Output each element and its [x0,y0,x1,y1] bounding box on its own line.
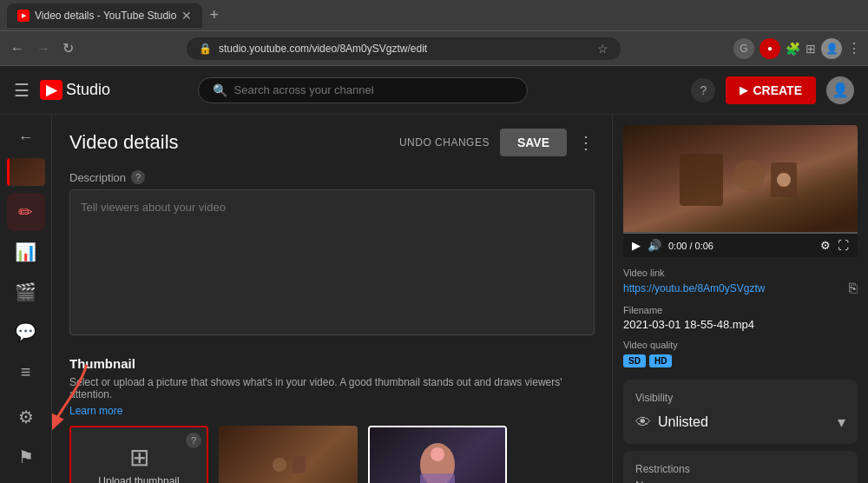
description-label: Description [69,171,126,184]
svg-point-6 [431,447,444,461]
create-icon: ▶ [740,84,747,96]
tab-favicon: ▶ [17,10,30,22]
user-avatar-browser[interactable]: 👤 [821,38,842,59]
sidebar-thumbnail[interactable] [7,158,45,186]
search-input[interactable] [234,83,513,96]
filename-label: Filename [623,305,858,315]
extension-icon-3[interactable]: 🧩 [786,42,800,56]
sidebar-item-comments[interactable]: 💬 [7,313,45,351]
extension-icon-1[interactable]: G [733,38,754,59]
play-button[interactable]: ▶ [632,239,641,252]
svg-point-12 [777,173,791,187]
tab-close-icon[interactable]: ✕ [181,9,192,23]
hamburger-button[interactable]: ☰ [14,80,30,101]
star-icon[interactable]: ☆ [597,42,608,56]
time-display: 0:00 / 0:06 [668,241,713,251]
upload-icon: ⊞ [129,443,149,472]
url-text: studio.youtube.com/video/8Am0ySVgztw/edi… [219,43,427,55]
extension-icon-4[interactable]: ⊞ [806,42,816,56]
yt-logo-text: Studio [66,81,110,99]
sidebar-item-analytics[interactable]: 📊 [7,233,45,271]
restrictions-card: Restrictions None [623,451,858,483]
yt-logo: ▶ Studio [40,80,110,100]
yt-app: ☰ ▶ Studio 🔍 ? ▶ CREATE 👤 ← ✏ 📊 [0,66,868,483]
upload-help-icon[interactable]: ? [186,433,201,448]
save-button[interactable]: SAVE [500,129,567,156]
new-tab-button[interactable]: + [209,6,219,24]
sidebar-back-button[interactable]: ← [7,122,45,153]
sidebar-item-edit[interactable]: ✏ [7,193,45,231]
help-button[interactable]: ? [691,78,715,103]
settings-button[interactable]: ⚙ [820,239,831,252]
sidebar-item-subtitles[interactable]: ≡ [7,353,45,391]
forward-button[interactable]: → [33,37,54,60]
toolbar-right-icons: G ● 🧩 ⊞ 👤 ⋮ [733,38,861,59]
page-header: Video details UNDO CHANGES SAVE ⋮ [69,129,595,156]
visibility-selector[interactable]: 👁 Unlisted ▾ [635,413,845,432]
upload-thumbnail-button[interactable]: ⊞ Upload thumbnail ? [69,426,208,483]
sd-badge: SD [623,354,646,367]
undo-button[interactable]: UNDO CHANGES [399,136,490,149]
search-icon: 🔍 [213,83,227,97]
fullscreen-button[interactable]: ⛶ [838,239,849,252]
extension-icon-2[interactable]: ● [760,38,780,59]
learn-more-link[interactable]: Learn more [69,405,122,417]
copy-link-button[interactable]: ⎘ [849,281,858,296]
sidebar-item-settings[interactable]: ⚙ [7,398,45,436]
description-label-row: Description ? [69,170,595,184]
quality-badges: SD HD [623,354,858,367]
main-content: Video details UNDO CHANGES SAVE ⋮ Descri… [52,115,612,483]
create-label: CREATE [753,83,802,97]
visibility-label: Visibility [635,392,845,404]
sidebar-item-feedback[interactable]: ⚑ [7,438,45,476]
chrome-menu-icon[interactable]: ⋮ [847,40,861,56]
page-actions: UNDO CHANGES SAVE ⋮ [399,129,595,156]
description-section: Description ? [69,170,595,339]
quality-row: Video quality SD HD [623,340,858,367]
volume-button[interactable]: 🔊 [648,239,661,252]
search-container[interactable]: 🔍 [198,77,528,103]
header-right: ? ▶ CREATE 👤 [691,76,854,104]
quality-label: Video quality [623,340,858,350]
description-input[interactable] [69,189,595,335]
page-title: Video details [69,131,179,154]
video-thumbnail-img [623,125,858,234]
visibility-card: Visibility 👁 Unlisted ▾ [623,380,858,444]
upload-label: Upload thumbnail [98,475,179,484]
tab-title: Video details - YouTube Studio [35,10,176,22]
filename-row: Filename 2021-03-01 18-55-48.mp4 [623,305,858,331]
visibility-value-text: Unlisted [658,414,708,430]
svg-rect-9 [680,154,723,206]
sidebar-item-content[interactable]: 🎬 [7,273,45,311]
yt-body: ← ✏ 📊 🎬 💬 ≡ ⚙ ⚑ Video details UNDO CHANG… [0,115,868,483]
video-controls: ▶ 🔊 0:00 / 0:06 ⚙ ⛶ [623,234,858,257]
svg-rect-1 [262,447,314,482]
right-panel: ▶ 🔊 0:00 / 0:06 ⚙ ⛶ Video link https://y… [612,115,868,483]
video-link-label: Video link [623,268,858,278]
address-bar[interactable]: 🔒 studio.youtube.com/video/8Am0ySVgztw/e… [187,37,621,60]
refresh-button[interactable]: ↻ [59,36,77,60]
more-icon[interactable]: ⋮ [577,132,595,153]
thumbnail-title: Thumbnail [69,356,595,371]
thumbnail-option-1[interactable] [219,426,358,483]
yt-logo-icon: ▶ [40,80,62,100]
thumbnail-section: Thumbnail Select or upload a picture tha… [69,356,595,483]
browser-tab[interactable]: ▶ Video details - YouTube Studio ✕ [7,3,202,28]
create-button[interactable]: ▶ CREATE [726,76,816,104]
browser-chrome: ▶ Video details - YouTube Studio ✕ + [0,0,868,31]
thumbnail-row: ⊞ Upload thumbnail ? [69,426,595,483]
visibility-value-group: 👁 Unlisted [635,414,708,432]
svg-point-10 [733,160,765,191]
svg-point-2 [273,458,286,472]
thumbnail-description: Select or upload a picture that shows wh… [69,376,595,400]
yt-header: ☰ ▶ Studio 🔍 ? ▶ CREATE 👤 [0,66,868,115]
svg-rect-3 [293,456,306,473]
description-help-icon[interactable]: ? [131,170,145,184]
browser-toolbar: ← → ↻ 🔒 studio.youtube.com/video/8Am0ySV… [0,31,868,66]
thumbnail-option-2[interactable] [368,426,507,483]
video-link-value[interactable]: https://youtu.be/8Am0ySVgztw [623,282,765,294]
user-avatar[interactable]: 👤 [826,76,854,104]
back-button[interactable]: ← [7,37,28,60]
dropdown-arrow-icon[interactable]: ▾ [838,413,845,432]
video-preview: ▶ 🔊 0:00 / 0:06 ⚙ ⛶ [623,125,858,257]
